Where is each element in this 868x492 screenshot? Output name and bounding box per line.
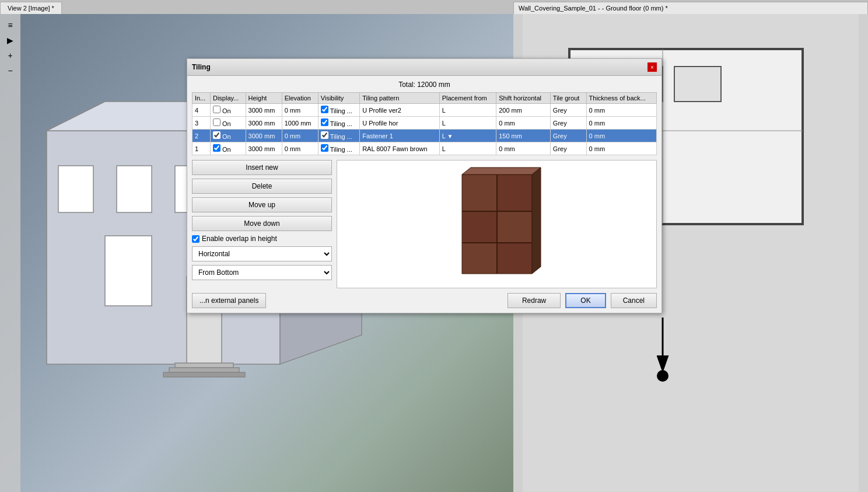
orientation-dropdown[interactable]: Horizontal Vertical xyxy=(192,246,332,261)
table-row[interactable]: 3 On3000 mm1000 mm Tiling ...U Profile h… xyxy=(192,117,657,130)
svg-marker-23 xyxy=(532,168,541,274)
tiling-table: In... Display... Height Elevation Visibi… xyxy=(192,92,657,155)
visibility-checkbox[interactable] xyxy=(321,118,328,126)
overlap-checkbox[interactable] xyxy=(192,235,200,243)
cell-visibility[interactable]: Tiling ... xyxy=(318,104,359,117)
cell-elevation: 0 mm xyxy=(282,104,318,117)
preview-area xyxy=(337,160,657,288)
visibility-checkbox[interactable] xyxy=(321,106,328,113)
col-index: In... xyxy=(192,93,211,104)
svg-rect-11 xyxy=(163,372,245,377)
svg-rect-32 xyxy=(498,243,531,273)
cell-shift-horizontal: 0 mm xyxy=(496,142,551,155)
svg-marker-22 xyxy=(462,168,541,175)
cell-thickness: 0 mm xyxy=(586,130,656,142)
external-panels-button[interactable]: ...n external panels xyxy=(192,293,266,308)
visibility-checkbox[interactable] xyxy=(321,144,328,152)
svg-rect-27 xyxy=(463,175,496,211)
tab-view2[interactable]: View 2 [Image] * xyxy=(0,2,62,14)
display-checkbox[interactable] xyxy=(213,144,220,152)
col-visibility: Visibility xyxy=(318,93,359,104)
cell-visibility[interactable]: Tiling ... xyxy=(318,117,359,130)
cell-display[interactable]: On xyxy=(210,117,246,130)
left-controls: Insert new Delete Move up Move down Enab… xyxy=(192,160,332,288)
sidebar-menu-icon[interactable]: ≡ xyxy=(2,19,19,32)
cell-elevation: 0 mm xyxy=(282,130,318,142)
svg-rect-28 xyxy=(463,212,496,242)
cell-tile-grout: Grey xyxy=(550,104,586,117)
wall-preview-svg xyxy=(444,163,550,285)
table-row[interactable]: 2 On3000 mm0 mm Tiling ...Fastener 1L ▼1… xyxy=(192,130,657,142)
cell-display[interactable]: On xyxy=(210,130,246,142)
tab-wall-covering[interactable]: Wall_Covering_Sample_01 - - Ground floor… xyxy=(513,2,868,14)
placement-dropdown[interactable]: From Bottom From Top xyxy=(192,265,332,280)
svg-rect-15 xyxy=(674,67,721,102)
cell-shift-horizontal: 200 mm xyxy=(496,104,551,117)
cell-shift-horizontal: 0 mm xyxy=(496,117,551,130)
dialog-title: Tiling xyxy=(192,63,211,71)
cell-height: 3000 mm xyxy=(246,104,282,117)
cell-elevation: 0 mm xyxy=(282,142,318,155)
cell-placement-from: L xyxy=(439,104,496,117)
cell-height: 3000 mm xyxy=(246,117,282,130)
col-tile-grout: Tile grout xyxy=(550,93,586,104)
col-height: Height xyxy=(246,93,282,104)
cell-tiling-pattern: RAL 8007 Fawn brown xyxy=(360,142,440,155)
svg-rect-4 xyxy=(58,166,93,212)
display-checkbox[interactable] xyxy=(213,118,220,126)
col-placement-from: Placement from xyxy=(439,93,496,104)
cell-height: 3000 mm xyxy=(246,142,282,155)
move-up-button[interactable]: Move up xyxy=(192,197,332,212)
cell-tile-grout: Grey xyxy=(550,130,586,142)
cell-index: 1 xyxy=(192,142,211,155)
insert-new-button[interactable]: Insert new xyxy=(192,160,332,175)
tiling-dialog: Tiling × Total: 12000 mm In... Display..… xyxy=(187,58,662,313)
dialog-close-button[interactable]: × xyxy=(648,62,657,72)
cell-tiling-pattern: U Profile hor xyxy=(360,117,440,130)
cell-tiling-pattern: U Profile ver2 xyxy=(360,104,440,117)
cell-visibility[interactable]: Tiling ... xyxy=(318,130,359,142)
cell-placement-from: L ▼ xyxy=(439,130,496,142)
svg-rect-10 xyxy=(169,368,239,372)
cell-tile-grout: Grey xyxy=(550,142,586,155)
dropdown1-wrapper: Horizontal Vertical xyxy=(192,246,332,261)
visibility-checkbox[interactable] xyxy=(321,131,328,139)
cell-placement-from: L xyxy=(439,117,496,130)
cell-height: 3000 mm xyxy=(246,130,282,142)
cell-display[interactable]: On xyxy=(210,142,246,155)
cell-elevation: 1000 mm xyxy=(282,117,318,130)
display-checkbox[interactable] xyxy=(213,106,220,113)
cell-thickness: 0 mm xyxy=(586,117,656,130)
col-elevation: Elevation xyxy=(282,93,318,104)
svg-rect-7 xyxy=(105,236,152,306)
sidebar-zoom-out-icon[interactable]: − xyxy=(2,64,19,77)
cell-display[interactable]: On xyxy=(210,104,246,117)
sidebar-zoom-in-icon[interactable]: + xyxy=(2,49,19,62)
tab-bar-right: Wall_Covering_Sample_01 - - Ground floor… xyxy=(513,0,868,14)
cell-index: 3 xyxy=(192,117,211,130)
delete-button[interactable]: Delete xyxy=(192,179,332,194)
redraw-button[interactable]: Redraw xyxy=(508,293,561,308)
sidebar-nav-icon[interactable]: ▶ xyxy=(2,34,19,47)
move-down-button[interactable]: Move down xyxy=(192,216,332,231)
overlap-checkbox-row: Enable overlap in height xyxy=(192,235,332,243)
cancel-button[interactable]: Cancel xyxy=(611,293,657,308)
table-row[interactable]: 1 On3000 mm0 mm Tiling ...RAL 8007 Fawn … xyxy=(192,142,657,155)
svg-rect-31 xyxy=(498,212,531,242)
col-thickness: Thickness of back... xyxy=(586,93,656,104)
ok-button[interactable]: OK xyxy=(565,293,606,308)
col-shift-horizontal: Shift horizontal xyxy=(496,93,551,104)
cell-tile-grout: Grey xyxy=(550,117,586,130)
dropdown2-wrapper: From Bottom From Top xyxy=(192,265,332,280)
cell-index: 2 xyxy=(192,130,211,142)
svg-rect-5 xyxy=(117,166,152,212)
cell-visibility[interactable]: Tiling ... xyxy=(318,142,359,155)
bottom-section: Insert new Delete Move up Move down Enab… xyxy=(192,160,657,288)
table-row[interactable]: 4 On3000 mm0 mm Tiling ...U Profile ver2… xyxy=(192,104,657,117)
svg-rect-29 xyxy=(463,243,496,273)
cell-shift-horizontal: 150 mm xyxy=(496,130,551,142)
display-checkbox[interactable] xyxy=(213,131,220,139)
cell-thickness: 0 mm xyxy=(586,142,656,155)
sidebar-left: ≡ ▶ + − xyxy=(0,14,20,492)
cell-tiling-pattern: Fastener 1 xyxy=(360,130,440,142)
